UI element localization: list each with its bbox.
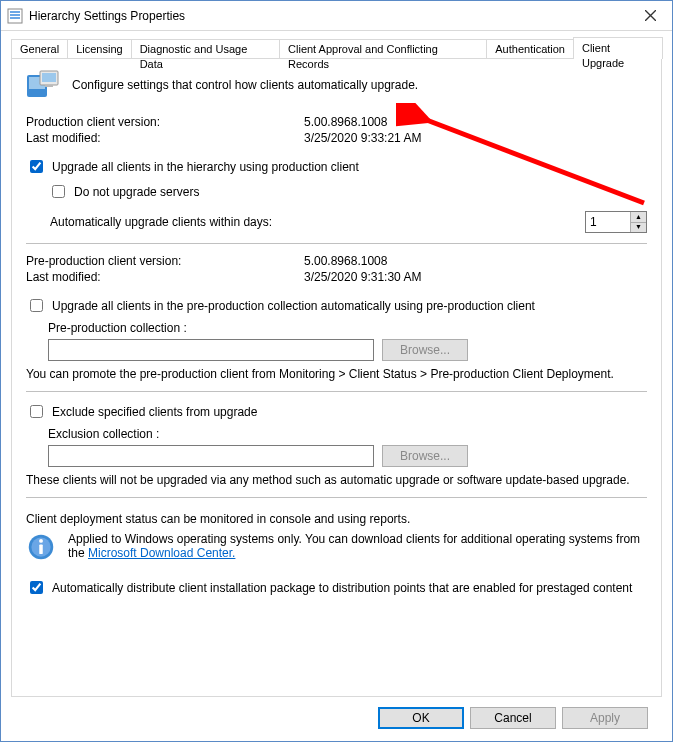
upgrade-preprod-label: Upgrade all clients in the pre-productio… <box>52 299 535 313</box>
prod-modified-row: Last modified: 3/25/2020 9:33:21 AM <box>26 131 647 145</box>
auto-upgrade-days-row: Automatically upgrade clients within day… <box>50 211 647 233</box>
do-not-upgrade-servers-checkbox[interactable] <box>52 185 65 198</box>
divider-1 <box>26 243 647 244</box>
preprod-promote-text: You can promote the pre-production clien… <box>26 367 647 381</box>
tab-general[interactable]: General <box>11 39 68 59</box>
preprod-version-label: Pre-production client version: <box>26 254 304 268</box>
tab-authentication[interactable]: Authentication <box>486 39 574 59</box>
svg-point-16 <box>39 539 43 543</box>
titlebar: Hierarchy Settings Properties <box>1 1 672 31</box>
exclude-checkbox-row[interactable]: Exclude specified clients from upgrade <box>26 402 257 421</box>
auto-upgrade-days-label: Automatically upgrade clients within day… <box>50 215 585 229</box>
ok-button[interactable]: OK <box>378 707 464 729</box>
exclusion-browse-button[interactable]: Browse... <box>382 445 468 467</box>
intro-text: Configure settings that control how clie… <box>72 78 418 92</box>
divider-3 <box>26 497 647 498</box>
tab-panel-client-upgrade: Configure settings that control how clie… <box>11 58 662 697</box>
svg-rect-11 <box>42 73 56 82</box>
svg-rect-15 <box>39 544 43 554</box>
exclude-checkbox[interactable] <box>30 405 43 418</box>
content-area: General Licensing Diagnostic and Usage D… <box>1 31 672 741</box>
tab-client-upgrade[interactable]: Client Upgrade <box>573 37 663 59</box>
applied-text: Applied to Windows operating systems onl… <box>68 532 647 560</box>
upgrade-all-checkbox[interactable] <box>30 160 43 173</box>
prod-version-value: 5.00.8968.1008 <box>304 115 387 129</box>
divider-2 <box>26 391 647 392</box>
upgrade-preprod-checkbox-row[interactable]: Upgrade all clients in the pre-productio… <box>26 296 535 315</box>
do-not-upgrade-servers-row[interactable]: Do not upgrade servers <box>48 182 199 201</box>
exclusion-collection-row: Browse... <box>48 445 647 467</box>
days-spinner[interactable]: ▲ ▼ <box>585 211 647 233</box>
upgrade-all-checkbox-row[interactable]: Upgrade all clients in the hierarchy usi… <box>26 157 359 176</box>
info-icon <box>26 532 56 562</box>
prod-modified-label: Last modified: <box>26 131 304 145</box>
intro-row: Configure settings that control how clie… <box>26 69 647 101</box>
svg-rect-1 <box>10 11 20 13</box>
svg-rect-2 <box>10 14 20 16</box>
auto-distribute-row[interactable]: Automatically distribute client installa… <box>26 578 632 597</box>
download-center-link[interactable]: Microsoft Download Center. <box>88 546 235 560</box>
close-button[interactable] <box>630 2 670 30</box>
do-not-upgrade-servers-label: Do not upgrade servers <box>74 185 199 199</box>
preprod-collection-input[interactable] <box>48 339 374 361</box>
tab-diagnostic[interactable]: Diagnostic and Usage Data <box>131 39 280 59</box>
cancel-button[interactable]: Cancel <box>470 707 556 729</box>
tab-client-approval[interactable]: Client Approval and Conflicting Records <box>279 39 487 59</box>
app-icon <box>7 8 23 24</box>
prod-modified-value: 3/25/2020 9:33:21 AM <box>304 131 421 145</box>
exclude-note: These clients will not be upgraded via a… <box>26 473 647 487</box>
preprod-version-value: 5.00.8968.1008 <box>304 254 387 268</box>
preprod-modified-row: Last modified: 3/25/2020 9:31:30 AM <box>26 270 647 284</box>
days-up-button[interactable]: ▲ <box>631 212 646 223</box>
exclusion-collection-label: Exclusion collection : <box>48 427 647 441</box>
dialog-footer: OK Cancel Apply <box>11 697 662 741</box>
prod-version-label: Production client version: <box>26 115 304 129</box>
auto-distribute-checkbox[interactable] <box>30 581 43 594</box>
svg-rect-12 <box>45 85 53 87</box>
tab-licensing[interactable]: Licensing <box>67 39 131 59</box>
preprod-modified-label: Last modified: <box>26 270 304 284</box>
tab-strip: General Licensing Diagnostic and Usage D… <box>11 37 662 59</box>
upgrade-all-label: Upgrade all clients in the hierarchy usi… <box>52 160 359 174</box>
exclusion-collection-input[interactable] <box>48 445 374 467</box>
auto-distribute-label: Automatically distribute client installa… <box>52 581 632 595</box>
exclude-label: Exclude specified clients from upgrade <box>52 405 257 419</box>
apply-button[interactable]: Apply <box>562 707 648 729</box>
properties-window: Hierarchy Settings Properties General Li… <box>0 0 673 742</box>
preprod-modified-value: 3/25/2020 9:31:30 AM <box>304 270 421 284</box>
window-title: Hierarchy Settings Properties <box>29 9 630 23</box>
preprod-collection-label: Pre-production collection : <box>48 321 647 335</box>
upgrade-icon <box>26 69 60 101</box>
preprod-browse-button[interactable]: Browse... <box>382 339 468 361</box>
applied-info-row: Applied to Windows operating systems onl… <box>26 532 647 562</box>
prod-version-row: Production client version: 5.00.8968.100… <box>26 115 647 129</box>
deployment-status-text: Client deployment status can be monitore… <box>26 512 647 526</box>
days-input[interactable] <box>586 212 630 232</box>
upgrade-preprod-checkbox[interactable] <box>30 299 43 312</box>
svg-rect-3 <box>10 17 20 19</box>
days-down-button[interactable]: ▼ <box>631 223 646 233</box>
preprod-collection-row: Browse... <box>48 339 647 361</box>
preprod-version-row: Pre-production client version: 5.00.8968… <box>26 254 647 268</box>
